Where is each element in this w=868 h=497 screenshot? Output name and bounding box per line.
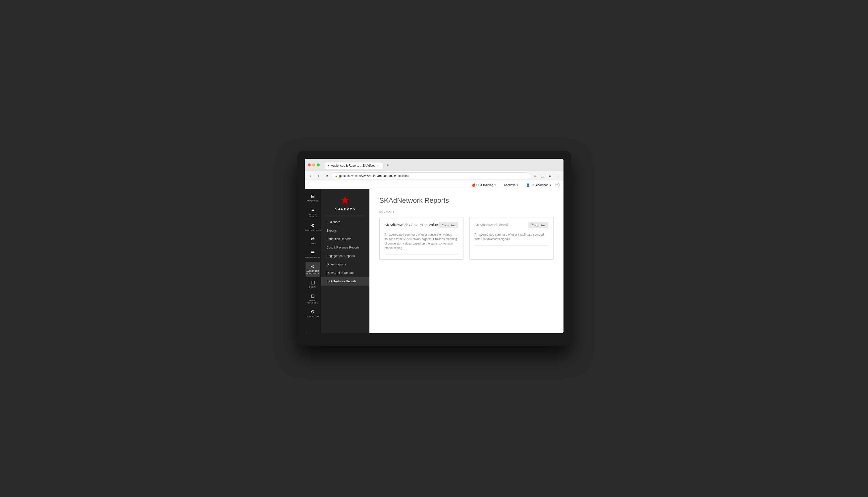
menu-button[interactable]: ⋮ [555, 173, 560, 179]
fraud-console-icon: ◻ [311, 293, 315, 298]
logo-text: KOCHAVA [335, 207, 356, 211]
org-selector[interactable]: 🍎 BPJ Training ▾ [472, 183, 496, 187]
collective-icon: ⚙ [311, 309, 315, 315]
main-content: SKAdNetwork Reports SUMMARY SKAdNetwork … [369, 189, 564, 333]
fraud-console-label: FRAUD CONSOLE [307, 299, 319, 304]
svg-marker-0 [341, 196, 350, 204]
apps-assets-label: APPS & ASSETS [307, 213, 319, 218]
collective-label: COLLECTIVE [306, 315, 320, 318]
forward-button[interactable]: › [316, 173, 322, 179]
org-chevron-icon: ▾ [494, 183, 496, 187]
query-label: QUERY [309, 286, 317, 288]
analytics-icon: ⊞ [311, 194, 315, 199]
install-card-header: SKAdNetwork Install Customize [475, 222, 548, 228]
back-button[interactable]: ‹ [308, 173, 314, 179]
user-label: J Richardson [531, 183, 548, 187]
url-text: go.kochava.com/v/#/5/43449/reports-audie… [339, 174, 410, 178]
sidebar-item-collective[interactable]: ⚙ COLLECTIVE [305, 307, 320, 320]
conversion-value-card-header: SKAdNetwork Conversion Value Customize [385, 222, 458, 228]
install-card-desc: An aggregated summary of user install da… [475, 232, 548, 241]
apps-assets-icon: ≡ [312, 207, 314, 212]
links-label: LINKS [310, 243, 316, 245]
platform-chevron-icon: ▾ [516, 183, 518, 187]
page-title: SKAdNetwork Reports [380, 197, 554, 204]
header-divider-2 [522, 183, 522, 187]
header-divider-1 [500, 183, 500, 187]
sidebar-item-engagement[interactable]: ☰ ENGAGEMENT [305, 248, 320, 261]
browser-titlebar: ★ Audiences & Reports :: SKAdNet × + [305, 159, 564, 171]
platform-selector[interactable]: Kochava ▾ [504, 183, 518, 187]
sidebar: KOCHAVA Audiences Exports Attribution Re… [321, 189, 369, 333]
bookmark-button[interactable]: ☆ [532, 173, 538, 179]
links-icon: ⇄ [311, 236, 315, 242]
audiences-reports-label: AUDIENCES & REPORTS [306, 270, 319, 275]
address-bar[interactable]: 🔒 go.kochava.com/v/#/5/43449/reports-aud… [332, 172, 530, 179]
sidebar-item-audiences-reports[interactable]: ⊛ AUDIENCES & REPORTS [305, 262, 320, 276]
sidebar-menu-skadnetwork-reports[interactable]: SKAdNetwork Reports [321, 277, 369, 286]
extensions-button[interactable]: ⬚ [540, 173, 545, 179]
engagement-icon: ☰ [311, 250, 315, 255]
left-nav: ⊞ ANALYTICS ≡ APPS & ASSETS ⚙ INTEGRATIO… [305, 189, 321, 333]
tab-favicon: ★ [327, 165, 330, 167]
sidebar-item-apps-assets[interactable]: ≡ APPS & ASSETS [305, 205, 320, 220]
maximize-window-button[interactable] [317, 164, 320, 167]
org-label: BPJ Training [476, 183, 493, 187]
sidebar-logo: KOCHAVA [321, 189, 369, 216]
sidebar-menu: Audiences Exports Attribution Reports Co… [321, 216, 369, 287]
sidebar-menu-attribution-reports[interactable]: Attribution Reports [321, 235, 369, 243]
install-card-title: SKAdNetwork Install [475, 222, 509, 227]
tab-label: Audiences & Reports :: SKAdNet [331, 164, 375, 167]
sidebar-item-fraud-console[interactable]: ◻ FRAUD CONSOLE [305, 291, 320, 306]
sidebar-menu-audiences[interactable]: Audiences [321, 218, 369, 226]
cards-row: SKAdNetwork Conversion Value Customize A… [380, 217, 554, 260]
integrations-label: INTEGRATIONS [305, 229, 321, 231]
reload-button[interactable]: ↻ [324, 173, 330, 179]
browser-toolbar: ‹ › ↻ 🔒 go.kochava.com/v/#/5/43449/repor… [305, 171, 564, 181]
screen-bezel: ★ Audiences & Reports :: SKAdNet × + ‹ ›… [305, 159, 564, 333]
engagement-label: ENGAGEMENT [305, 256, 321, 259]
sidebar-item-links[interactable]: ⇄ LINKS [305, 234, 320, 247]
sidebar-menu-query-reports[interactable]: Query Reports [321, 260, 369, 269]
sidebar-menu-exports[interactable]: Exports [321, 226, 369, 235]
integrations-icon: ⚙ [311, 223, 315, 228]
profile-button[interactable]: ● [547, 173, 553, 179]
conversion-value-customize-button[interactable]: Customize [438, 222, 458, 228]
platform-label: Kochava [504, 183, 516, 187]
sidebar-menu-optimization-reports[interactable]: Optimization Reports [321, 269, 369, 277]
help-button[interactable]: ? [555, 183, 559, 187]
minimize-window-button[interactable] [312, 164, 315, 167]
audiences-reports-icon: ⊛ [311, 264, 315, 269]
sidebar-menu-engagement-reports[interactable]: Engagement Reports [321, 252, 369, 260]
apple-icon: 🍎 [472, 183, 475, 187]
install-customize-button[interactable]: Customize [528, 222, 548, 228]
user-icon: 👤 [526, 183, 530, 187]
app-header: 🍎 BPJ Training ▾ Kochava ▾ 👤 J Richardso… [305, 181, 564, 189]
section-label: SUMMARY [380, 211, 554, 213]
conversion-value-card-title: SKAdNetwork Conversion Value [385, 222, 438, 227]
sidebar-item-analytics[interactable]: ⊞ ANALYTICS [305, 191, 320, 204]
query-icon: ◫ [311, 280, 315, 285]
app-layout: ⊞ ANALYTICS ≡ APPS & ASSETS ⚙ INTEGRATIO… [305, 189, 564, 333]
sidebar-menu-cost-revenue-reports[interactable]: Cost & Revenue Reports [321, 243, 369, 252]
active-tab[interactable]: ★ Audiences & Reports :: SKAdNet × [325, 162, 383, 169]
install-card: SKAdNetwork Install Customize An aggrega… [469, 217, 554, 260]
analytics-label: ANALYTICS [307, 200, 319, 202]
browser-actions: ☆ ⬚ ● ⋮ [532, 173, 560, 179]
browser-chrome: ★ Audiences & Reports :: SKAdNet × + ‹ ›… [305, 159, 564, 181]
new-tab-button[interactable]: + [384, 163, 391, 168]
user-chevron-icon: ▾ [550, 183, 551, 187]
kochava-star-logo [340, 195, 350, 205]
user-selector[interactable]: 👤 J Richardson ▾ [526, 183, 551, 187]
sidebar-item-integrations[interactable]: ⚙ INTEGRATIONS [305, 221, 320, 233]
tab-close-button[interactable]: × [376, 164, 380, 167]
lock-icon: 🔒 [335, 175, 338, 178]
laptop-shell: ★ Audiences & Reports :: SKAdNet × + ‹ ›… [297, 151, 571, 346]
sidebar-item-query[interactable]: ◫ QUERY [305, 278, 320, 290]
tab-bar: ★ Audiences & Reports :: SKAdNet × + [322, 161, 394, 169]
conversion-value-card-desc: An aggregated summary of user conversion… [385, 232, 458, 250]
conversion-value-card: SKAdNetwork Conversion Value Customize A… [380, 217, 464, 260]
window-controls [308, 164, 320, 167]
close-window-button[interactable] [308, 164, 311, 167]
